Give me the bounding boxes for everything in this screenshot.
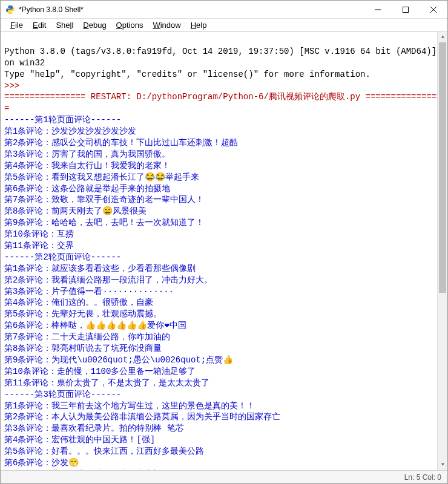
shell-output-line: ------第2轮页面评论------: [4, 252, 444, 263]
menu-shell[interactable]: Shell: [51, 19, 78, 31]
shell-output-line: 第11条评论：票价太贵了，不是太贵了，是太太太贵了: [4, 378, 444, 389]
shell-output-line: 第4条评论：宏伟壮观的中国天路！[强]: [4, 434, 444, 446]
shell-output-line: 第7条评论：二十天走滇缅公路，你咋加油的: [4, 332, 444, 343]
close-button[interactable]: [420, 1, 447, 19]
shell-output-line: 第1条评论：就应该多看看这些，少看看那些偶像剧: [4, 263, 444, 275]
shell-output-line: 第6条评论：棒棒哒，👍👍👍👍👍👍爱你❤中国: [4, 320, 444, 332]
scrollbar-track[interactable]: [438, 42, 447, 460]
shell-output-line: 第5条评论：看到这我又想起潘长江了😂😂举起手来: [4, 172, 444, 183]
shell-output-line: 第8条评论：前两天刚去了😄风景很美: [4, 206, 444, 217]
shell-header2: Type "help", "copyright", "credits" or "…: [4, 70, 371, 79]
scrollbar[interactable]: ▲ ▼: [437, 32, 447, 470]
shell-output-line: 第9条评论：哈哈哈，去吧，去吧！去一次就知道了！: [4, 217, 444, 229]
cursor-position: Ln: 5 Col: 0: [404, 473, 441, 482]
menu-file[interactable]: File: [5, 19, 28, 31]
shell-output-line: 第5条评论：先辈好无畏，壮观感动震撼。: [4, 309, 444, 320]
python-icon: [5, 5, 15, 15]
shell-output-line: 第8条评论：郭亮村听说去了坑死你没商量: [4, 343, 444, 355]
menu-options[interactable]: Options: [111, 19, 148, 31]
shell-output-line: ------第3轮页面评论------: [4, 389, 444, 401]
maximize-button[interactable]: [392, 1, 420, 19]
shell-output-line: 第4条评论：我来自太行山！我爱我的老家！: [4, 160, 444, 172]
shell-output-line: 第2条评论：本人认为最美公路非滇缅公路莫属，因为关乎当时的国家存亡: [4, 411, 444, 423]
shell-output-line: 第3条评论：片子值得一看··············: [4, 286, 444, 298]
menu-help[interactable]: Help: [186, 19, 212, 31]
shell-output-line: 第2条评论：感叹公交司机的车技！下山比过山车还刺激！超酷: [4, 137, 444, 149]
menu-edit[interactable]: Edit: [28, 19, 51, 31]
shell-output-line: 第1条评论：我三年前去这个地方写生过，这里的景色是真的美！！: [4, 401, 444, 412]
svg-rect-1: [403, 7, 409, 12]
shell-output-line: 第11条评论：交界: [4, 240, 444, 252]
shell-output-line: 第10条评论：走的慢，1100多公里备一箱油足够了: [4, 366, 444, 378]
shell-output[interactable]: Python 3.8.0 (tags/v3.8.0:fa919fd, Oct 1…: [1, 32, 447, 470]
shell-output-line: 第7条评论：致敬，靠双手创造奇迹的老一辈中国人！: [4, 194, 444, 206]
shell-output-line: 第2条评论：我看滇缅公路那一段流泪了，冲击力好大。: [4, 275, 444, 286]
shell-output-line: 第4条评论：俺们这的。。很骄傲，自豪: [4, 297, 444, 309]
shell-prompt: >>>: [4, 81, 25, 91]
scrollbar-down-icon[interactable]: ▼: [438, 460, 447, 470]
titlebar: *Python 3.8.0 Shell*: [1, 1, 447, 19]
menubar: File Edit Shell Debug Options Window Hel…: [1, 19, 447, 32]
menu-window[interactable]: Window: [148, 19, 185, 31]
scrollbar-thumb[interactable]: [439, 42, 446, 293]
scrollbar-up-icon[interactable]: ▲: [438, 32, 447, 42]
statusbar: Ln: 5 Col: 0: [1, 470, 447, 483]
shell-output-line: 第10条评论：互捞: [4, 229, 444, 240]
shell-output-line: 第6条评论：沙发😁: [4, 457, 444, 469]
shell-output-line: 第6条评论：这条公路就是举起手来的拍摄地: [4, 183, 444, 195]
window-controls: [364, 1, 447, 19]
shell-header: Python 3.8.0 (tags/v3.8.0:fa919fd, Oct 1…: [4, 47, 442, 68]
minimize-button[interactable]: [364, 1, 392, 19]
shell-output-line: 第1条评论：沙发沙发沙发沙发沙发: [4, 126, 444, 137]
shell-output-line: 第5条评论：好看。。。快来江西，江西好多最美公路: [4, 446, 444, 457]
menu-debug[interactable]: Debug: [78, 19, 111, 31]
shell-output-lines: ------第1轮页面评论------第1条评论：沙发沙发沙发沙发沙发第2条评论…: [4, 114, 444, 470]
shell-output-line: 第3条评论：厉害了我的国，真为我国骄傲。: [4, 149, 444, 160]
shell-output-line: ------第1轮页面评论------: [4, 114, 444, 126]
shell-restart: ================ RESTART: D:/pythonProgr…: [4, 92, 442, 113]
shell-output-line: 第3条评论：最喜欢看纪录片。拍的特别棒 笔芯: [4, 423, 444, 434]
window-title: *Python 3.8.0 Shell*: [19, 5, 364, 14]
shell-output-line: 第7条评论：我们在这个时代，真的太幸福了！: [4, 469, 444, 470]
shell-output-line: 第9条评论：为现代\u0026quot;愚公\u0026quot;点赞👍: [4, 355, 444, 366]
